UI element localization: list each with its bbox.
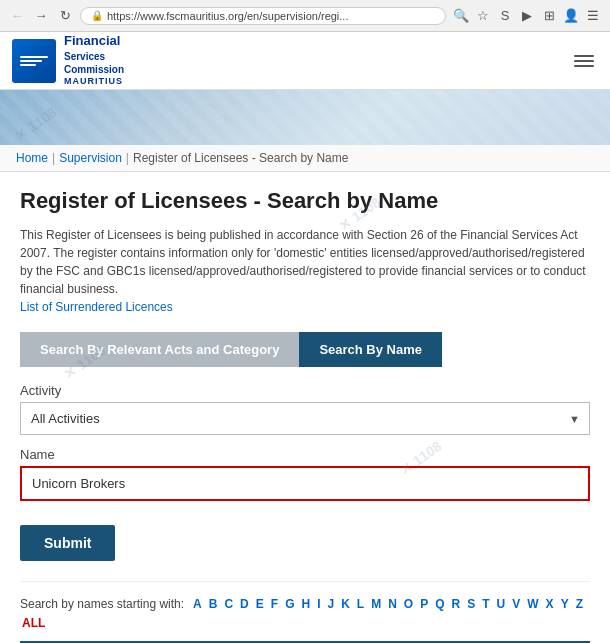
activity-select-wrapper: All Activities ▼ xyxy=(20,402,590,435)
extension2-icon[interactable]: ▶ xyxy=(518,7,536,25)
alpha-ALL[interactable]: ALL xyxy=(20,615,47,631)
alpha-D[interactable]: D xyxy=(238,596,251,612)
browser-toolbar: 🔍 ☆ S ▶ ⊞ 👤 ☰ xyxy=(452,7,602,25)
alpha-J[interactable]: J xyxy=(325,596,336,612)
alpha-M[interactable]: M xyxy=(369,596,383,612)
logo-box xyxy=(12,39,56,83)
search-browser-icon[interactable]: 🔍 xyxy=(452,7,470,25)
main-content: Register of Licensees - Search by Name T… xyxy=(0,172,610,643)
breadcrumb: Home | Supervision | Register of License… xyxy=(0,145,610,172)
alpha-C[interactable]: C xyxy=(222,596,235,612)
browser-bar: ← → ↻ 🔒 https://www.fscmauritius.org/en/… xyxy=(0,0,610,32)
alpha-W[interactable]: W xyxy=(525,596,540,612)
alpha-X[interactable]: X xyxy=(544,596,556,612)
breadcrumb-sep2: | xyxy=(126,151,129,165)
alpha-K[interactable]: K xyxy=(339,596,352,612)
alpha-U[interactable]: U xyxy=(495,596,508,612)
extension1-icon[interactable]: S xyxy=(496,7,514,25)
alpha-N[interactable]: N xyxy=(386,596,399,612)
alpha-H[interactable]: H xyxy=(299,596,312,612)
name-section: Name xyxy=(20,447,590,501)
alpha-E[interactable]: E xyxy=(254,596,266,612)
name-label: Name xyxy=(20,447,590,462)
activity-label: Activity xyxy=(20,383,590,398)
grid-icon[interactable]: ⊞ xyxy=(540,7,558,25)
hamburger-menu[interactable] xyxy=(570,51,598,71)
alpha-Q[interactable]: Q xyxy=(433,596,446,612)
name-input[interactable] xyxy=(20,466,590,501)
page-title: Register of Licensees - Search by Name xyxy=(20,188,590,214)
bookmark-icon[interactable]: ☆ xyxy=(474,7,492,25)
alpha-R[interactable]: R xyxy=(450,596,463,612)
alpha-L[interactable]: L xyxy=(355,596,366,612)
logo-text: Financial Services Commission MAURITIUS xyxy=(64,33,124,88)
reload-button[interactable]: ↻ xyxy=(56,7,74,25)
alpha-A[interactable]: A xyxy=(191,596,204,612)
lock-icon: 🔒 xyxy=(91,10,103,21)
activity-select[interactable]: All Activities xyxy=(20,402,590,435)
alpha-P[interactable]: P xyxy=(418,596,430,612)
url-text: https://www.fscmauritius.org/en/supervis… xyxy=(107,10,348,22)
surrendered-licences-link[interactable]: List of Surrendered Licences xyxy=(20,300,173,314)
alphabet-section: Search by names starting with: A B C D E… xyxy=(20,581,590,631)
alpha-Z[interactable]: Z xyxy=(574,596,585,612)
profile-icon[interactable]: 👤 xyxy=(562,7,580,25)
breadcrumb-supervision[interactable]: Supervision xyxy=(59,151,122,165)
address-bar[interactable]: 🔒 https://www.fscmauritius.org/en/superv… xyxy=(80,7,446,25)
page-description: This Register of Licensees is being publ… xyxy=(20,226,590,316)
forward-button[interactable]: → xyxy=(32,7,50,25)
activity-section: Activity All Activities ▼ xyxy=(20,383,590,435)
site-header: Financial Services Commission MAURITIUS xyxy=(0,32,610,90)
alpha-G[interactable]: G xyxy=(283,596,296,612)
alpha-V[interactable]: V xyxy=(510,596,522,612)
tab-search-by-name[interactable]: Search By Name xyxy=(299,332,442,367)
hero-banner xyxy=(0,90,610,145)
alpha-T[interactable]: T xyxy=(480,596,491,612)
breadcrumb-sep1: | xyxy=(52,151,55,165)
alpha-F[interactable]: F xyxy=(269,596,280,612)
alpha-I[interactable]: I xyxy=(315,596,322,612)
logo-area: Financial Services Commission MAURITIUS xyxy=(12,33,124,88)
alpha-Y[interactable]: Y xyxy=(559,596,571,612)
menu-browser-icon[interactable]: ☰ xyxy=(584,7,602,25)
name-input-wrapper xyxy=(20,466,590,501)
tab-bar: Search By Relevant Acts and Category Sea… xyxy=(20,332,590,367)
alpha-S[interactable]: S xyxy=(465,596,477,612)
tab-relevant-acts[interactable]: Search By Relevant Acts and Category xyxy=(20,332,299,367)
breadcrumb-home[interactable]: Home xyxy=(16,151,48,165)
submit-button[interactable]: Submit xyxy=(20,525,115,561)
breadcrumb-current: Register of Licensees - Search by Name xyxy=(133,151,348,165)
alpha-B[interactable]: B xyxy=(207,596,220,612)
alpha-O[interactable]: O xyxy=(402,596,415,612)
alphabet-search-label: Search by names starting with: xyxy=(20,597,184,611)
back-button[interactable]: ← xyxy=(8,7,26,25)
